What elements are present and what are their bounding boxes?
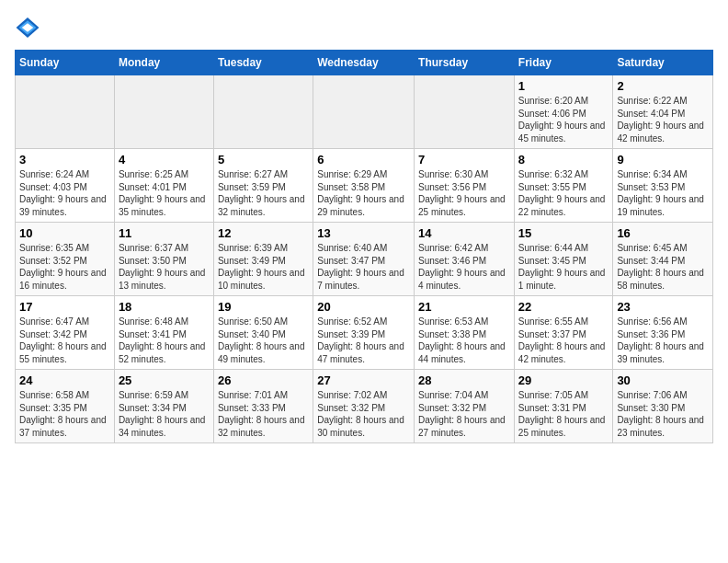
day-info: Sunrise: 7:02 AMSunset: 3:32 PMDaylight:… bbox=[317, 389, 410, 439]
day-number: 14 bbox=[418, 226, 510, 240]
day-number: 8 bbox=[518, 153, 609, 167]
calendar-week-row: 24Sunrise: 6:58 AMSunset: 3:35 PMDayligh… bbox=[16, 370, 713, 443]
calendar-cell bbox=[313, 75, 415, 149]
calendar-week-row: 17Sunrise: 6:47 AMSunset: 3:42 PMDayligh… bbox=[16, 296, 713, 370]
calendar-cell: 22Sunrise: 6:55 AMSunset: 3:37 PMDayligh… bbox=[514, 296, 613, 370]
weekday-header-tuesday: Tuesday bbox=[213, 51, 313, 75]
day-info: Sunrise: 6:59 AMSunset: 3:34 PMDaylight:… bbox=[119, 389, 210, 439]
day-number: 18 bbox=[119, 300, 210, 314]
day-number: 29 bbox=[518, 373, 609, 387]
day-number: 16 bbox=[617, 226, 709, 240]
day-number: 30 bbox=[617, 373, 709, 387]
day-info: Sunrise: 6:20 AMSunset: 4:06 PMDaylight:… bbox=[518, 95, 609, 144]
calendar-cell: 1Sunrise: 6:20 AMSunset: 4:06 PMDaylight… bbox=[514, 75, 613, 149]
calendar-cell: 6Sunrise: 6:29 AMSunset: 3:58 PMDaylight… bbox=[313, 149, 415, 223]
weekday-header-sunday: Sunday bbox=[16, 51, 115, 75]
calendar-header-row: SundayMondayTuesdayWednesdayThursdayFrid… bbox=[16, 51, 713, 75]
calendar-cell: 25Sunrise: 6:59 AMSunset: 3:34 PMDayligh… bbox=[114, 370, 213, 443]
day-number: 2 bbox=[617, 79, 709, 93]
weekday-header-thursday: Thursday bbox=[415, 51, 515, 75]
calendar-cell: 21Sunrise: 6:53 AMSunset: 3:38 PMDayligh… bbox=[415, 296, 515, 370]
day-number: 6 bbox=[317, 153, 410, 167]
day-number: 12 bbox=[218, 226, 309, 240]
day-number: 3 bbox=[19, 153, 110, 167]
day-number: 28 bbox=[418, 373, 510, 387]
calendar-cell: 13Sunrise: 6:40 AMSunset: 3:47 PMDayligh… bbox=[313, 223, 415, 296]
day-info: Sunrise: 6:27 AMSunset: 3:59 PMDaylight:… bbox=[218, 168, 309, 218]
day-info: Sunrise: 6:55 AMSunset: 3:37 PMDaylight:… bbox=[518, 316, 609, 365]
day-info: Sunrise: 6:50 AMSunset: 3:40 PMDaylight:… bbox=[218, 316, 309, 365]
logo bbox=[15, 15, 44, 40]
calendar-cell: 23Sunrise: 6:56 AMSunset: 3:36 PMDayligh… bbox=[613, 296, 713, 370]
calendar-cell: 19Sunrise: 6:50 AMSunset: 3:40 PMDayligh… bbox=[213, 296, 313, 370]
calendar-cell: 28Sunrise: 7:04 AMSunset: 3:32 PMDayligh… bbox=[415, 370, 515, 443]
calendar-cell: 27Sunrise: 7:02 AMSunset: 3:32 PMDayligh… bbox=[313, 370, 415, 443]
day-number: 22 bbox=[518, 300, 609, 314]
day-info: Sunrise: 6:56 AMSunset: 3:36 PMDaylight:… bbox=[617, 316, 709, 365]
day-info: Sunrise: 6:40 AMSunset: 3:47 PMDaylight:… bbox=[317, 242, 410, 292]
day-info: Sunrise: 6:39 AMSunset: 3:49 PMDaylight:… bbox=[218, 242, 309, 292]
calendar-week-row: 1Sunrise: 6:20 AMSunset: 4:06 PMDaylight… bbox=[16, 75, 713, 149]
calendar-cell: 8Sunrise: 6:32 AMSunset: 3:55 PMDaylight… bbox=[514, 149, 613, 223]
day-number: 27 bbox=[317, 373, 410, 387]
day-info: Sunrise: 7:01 AMSunset: 3:33 PMDaylight:… bbox=[218, 389, 309, 439]
calendar-body: 1Sunrise: 6:20 AMSunset: 4:06 PMDaylight… bbox=[16, 75, 713, 443]
day-number: 7 bbox=[418, 153, 510, 167]
calendar-cell: 17Sunrise: 6:47 AMSunset: 3:42 PMDayligh… bbox=[16, 296, 115, 370]
weekday-header-monday: Monday bbox=[114, 51, 213, 75]
logo-icon bbox=[15, 15, 40, 40]
day-number: 26 bbox=[218, 373, 309, 387]
day-info: Sunrise: 6:58 AMSunset: 3:35 PMDaylight:… bbox=[19, 389, 110, 439]
weekday-header-friday: Friday bbox=[514, 51, 613, 75]
day-number: 10 bbox=[19, 226, 110, 240]
calendar-cell: 2Sunrise: 6:22 AMSunset: 4:04 PMDaylight… bbox=[613, 75, 713, 149]
calendar-cell: 20Sunrise: 6:52 AMSunset: 3:39 PMDayligh… bbox=[313, 296, 415, 370]
day-info: Sunrise: 6:32 AMSunset: 3:55 PMDaylight:… bbox=[518, 168, 609, 218]
calendar-cell: 24Sunrise: 6:58 AMSunset: 3:35 PMDayligh… bbox=[16, 370, 115, 443]
calendar-cell: 4Sunrise: 6:25 AMSunset: 4:01 PMDaylight… bbox=[114, 149, 213, 223]
calendar-cell: 30Sunrise: 7:06 AMSunset: 3:30 PMDayligh… bbox=[613, 370, 713, 443]
day-number: 15 bbox=[518, 226, 609, 240]
day-number: 5 bbox=[218, 153, 309, 167]
day-info: Sunrise: 6:37 AMSunset: 3:50 PMDaylight:… bbox=[119, 242, 210, 292]
day-info: Sunrise: 6:52 AMSunset: 3:39 PMDaylight:… bbox=[317, 316, 410, 365]
day-number: 25 bbox=[119, 373, 210, 387]
day-info: Sunrise: 6:53 AMSunset: 3:38 PMDaylight:… bbox=[418, 316, 510, 365]
weekday-header-wednesday: Wednesday bbox=[313, 51, 415, 75]
calendar-cell bbox=[213, 75, 313, 149]
calendar-week-row: 3Sunrise: 6:24 AMSunset: 4:03 PMDaylight… bbox=[16, 149, 713, 223]
calendar-table: SundayMondayTuesdayWednesdayThursdayFrid… bbox=[15, 50, 713, 443]
day-info: Sunrise: 7:06 AMSunset: 3:30 PMDaylight:… bbox=[617, 389, 709, 439]
day-info: Sunrise: 6:30 AMSunset: 3:56 PMDaylight:… bbox=[418, 168, 510, 218]
calendar-cell: 16Sunrise: 6:45 AMSunset: 3:44 PMDayligh… bbox=[613, 223, 713, 296]
day-info: Sunrise: 6:29 AMSunset: 3:58 PMDaylight:… bbox=[317, 168, 410, 218]
calendar-cell: 26Sunrise: 7:01 AMSunset: 3:33 PMDayligh… bbox=[213, 370, 313, 443]
day-number: 23 bbox=[617, 300, 709, 314]
day-number: 4 bbox=[119, 153, 210, 167]
day-number: 1 bbox=[518, 79, 609, 93]
calendar-cell: 10Sunrise: 6:35 AMSunset: 3:52 PMDayligh… bbox=[16, 223, 115, 296]
day-info: Sunrise: 6:35 AMSunset: 3:52 PMDaylight:… bbox=[19, 242, 110, 292]
day-info: Sunrise: 6:48 AMSunset: 3:41 PMDaylight:… bbox=[119, 316, 210, 365]
day-number: 21 bbox=[418, 300, 510, 314]
calendar-cell: 15Sunrise: 6:44 AMSunset: 3:45 PMDayligh… bbox=[514, 223, 613, 296]
day-info: Sunrise: 6:42 AMSunset: 3:46 PMDaylight:… bbox=[418, 242, 510, 292]
day-number: 19 bbox=[218, 300, 309, 314]
calendar-cell: 29Sunrise: 7:05 AMSunset: 3:31 PMDayligh… bbox=[514, 370, 613, 443]
calendar-cell bbox=[114, 75, 213, 149]
weekday-header-saturday: Saturday bbox=[613, 51, 713, 75]
day-info: Sunrise: 6:34 AMSunset: 3:53 PMDaylight:… bbox=[617, 168, 709, 218]
calendar-cell bbox=[415, 75, 515, 149]
day-number: 17 bbox=[19, 300, 110, 314]
calendar-week-row: 10Sunrise: 6:35 AMSunset: 3:52 PMDayligh… bbox=[16, 223, 713, 296]
day-info: Sunrise: 7:05 AMSunset: 3:31 PMDaylight:… bbox=[518, 389, 609, 439]
day-number: 13 bbox=[317, 226, 410, 240]
calendar-cell: 7Sunrise: 6:30 AMSunset: 3:56 PMDaylight… bbox=[415, 149, 515, 223]
day-info: Sunrise: 6:47 AMSunset: 3:42 PMDaylight:… bbox=[19, 316, 110, 365]
calendar-cell: 9Sunrise: 6:34 AMSunset: 3:53 PMDaylight… bbox=[613, 149, 713, 223]
day-info: Sunrise: 7:04 AMSunset: 3:32 PMDaylight:… bbox=[418, 389, 510, 439]
calendar-cell: 3Sunrise: 6:24 AMSunset: 4:03 PMDaylight… bbox=[16, 149, 115, 223]
calendar-cell: 11Sunrise: 6:37 AMSunset: 3:50 PMDayligh… bbox=[114, 223, 213, 296]
calendar-cell: 18Sunrise: 6:48 AMSunset: 3:41 PMDayligh… bbox=[114, 296, 213, 370]
page-header bbox=[15, 15, 713, 40]
